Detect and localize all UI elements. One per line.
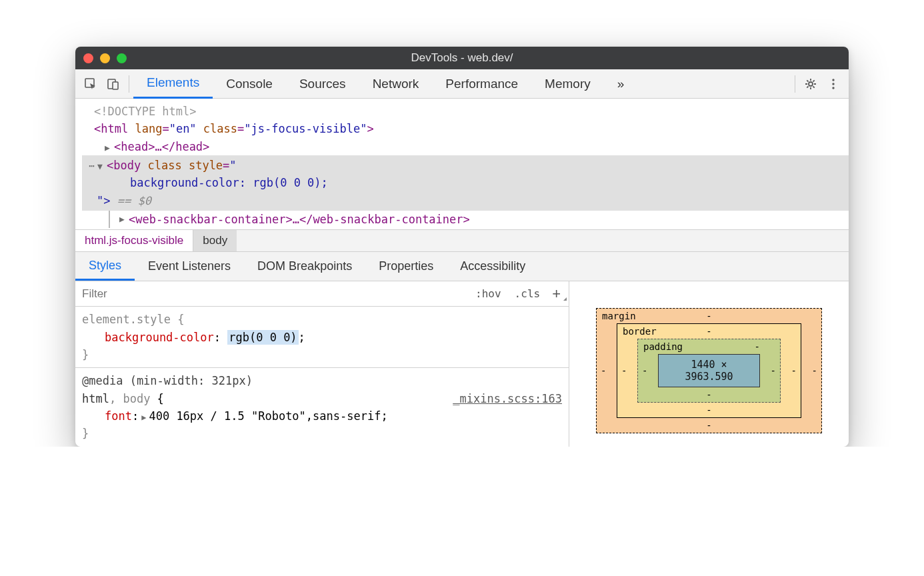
separator <box>129 75 129 93</box>
expand-arrow-icon[interactable]: ▶ <box>119 213 129 226</box>
crumb-html[interactable]: html.js-focus-visible <box>75 230 193 251</box>
styles-left-pane: :hov .cls + element.style { background-c… <box>75 281 569 446</box>
subtab-accessibility[interactable]: Accessibility <box>447 252 539 281</box>
close-window-button[interactable] <box>83 53 93 63</box>
tab-memory[interactable]: Memory <box>531 69 604 99</box>
crumb-body[interactable]: body <box>193 230 237 251</box>
media-query: @media (min-width: 321px) <box>82 372 562 389</box>
new-style-rule-button[interactable]: + <box>547 285 569 303</box>
svg-rect-2 <box>113 82 118 89</box>
svg-line-8 <box>807 80 808 81</box>
cls-toggle[interactable]: .cls <box>508 287 547 300</box>
styles-body: :hov .cls + element.style { background-c… <box>75 281 849 446</box>
dom-body-element-selected[interactable]: ⋯▼<body class style=" background-color: … <box>82 155 849 211</box>
dom-html-element[interactable]: <html lang="en" class="js-focus-visible"… <box>82 120 849 137</box>
box-model-margin[interactable]: margin - - - - border - - - - padding - <box>596 308 822 433</box>
css-property-value[interactable]: 400 16px / 1.5 "Roboto",sans-serif <box>149 409 381 423</box>
subtab-dom-breakpoints[interactable]: DOM Breakpoints <box>244 252 365 281</box>
filter-row: :hov .cls + <box>75 281 569 307</box>
tab-elements[interactable]: Elements <box>133 69 213 99</box>
kebab-menu-icon[interactable] <box>822 73 845 95</box>
inline-style-value[interactable]: background-color: rgb(0 0 0); <box>130 176 328 189</box>
css-property-name[interactable]: background-color <box>105 331 214 344</box>
expand-shorthand-icon[interactable]: ▶ <box>139 413 149 422</box>
collapse-arrow-icon[interactable]: ▼ <box>97 160 107 173</box>
toolbar-right <box>791 73 845 95</box>
minimize-window-button[interactable] <box>100 53 110 63</box>
box-model-border[interactable]: border - - - - padding - - - - 1440 × 39… <box>617 323 801 418</box>
dom-head-element[interactable]: ▶<head>…</head> <box>82 138 849 155</box>
box-model-content[interactable]: 1440 × 3963.590 <box>658 354 760 387</box>
tab-sources[interactable]: Sources <box>286 69 359 99</box>
style-rule-media[interactable]: @media (min-width: 321px) html, body {_m… <box>75 368 569 446</box>
dom-snackbar-element[interactable]: ▶<web-snackbar-container>…</web-snackbar… <box>82 211 849 228</box>
toolbar: Elements Console Sources Network Perform… <box>75 69 849 99</box>
style-rule-element-style[interactable]: element.style { background-color: rgb(0 … <box>75 307 569 368</box>
dom-tree[interactable]: <!DOCTYPE html> <html lang="en" class="j… <box>75 99 849 229</box>
dollar-zero: == $0 <box>117 194 151 207</box>
svg-line-11 <box>807 86 808 87</box>
devtools-window: DevTools - web.dev/ Elements Console Sou… <box>75 47 849 447</box>
traffic-lights <box>83 53 127 63</box>
subtab-styles[interactable]: Styles <box>75 252 135 281</box>
source-link[interactable]: _mixins.scss:163 <box>453 390 562 407</box>
subtab-properties[interactable]: Properties <box>365 252 447 281</box>
selector: element.style { <box>82 313 185 326</box>
expand-arrow-icon[interactable]: ▶ <box>105 141 114 155</box>
main-tabs: Elements Console Sources Network Perform… <box>133 69 791 99</box>
css-property-name[interactable]: font <box>105 409 132 423</box>
ellipsis-icon[interactable]: ⋯ <box>89 160 97 172</box>
separator <box>795 75 795 93</box>
css-property-value-highlighted[interactable]: rgb(0 0 0) <box>227 330 298 345</box>
svg-point-14 <box>832 87 834 89</box>
box-model-padding[interactable]: padding - - - - 1440 × 3963.590 <box>637 339 781 403</box>
tab-performance[interactable]: Performance <box>432 69 531 99</box>
svg-point-12 <box>832 79 834 81</box>
window-title: DevTools - web.dev/ <box>75 51 849 65</box>
svg-line-9 <box>813 86 815 87</box>
gear-icon[interactable] <box>799 73 822 95</box>
tab-more[interactable]: » <box>604 69 638 99</box>
device-toolbar-icon[interactable] <box>102 73 125 95</box>
tab-console[interactable]: Console <box>213 69 286 99</box>
filter-input[interactable] <box>75 287 469 301</box>
breadcrumb: html.js-focus-visible body <box>75 229 849 252</box>
svg-point-13 <box>832 83 834 85</box>
box-model[interactable]: margin - - - - border - - - - padding - <box>596 308 822 446</box>
tab-network[interactable]: Network <box>359 69 433 99</box>
titlebar: DevTools - web.dev/ <box>75 47 849 69</box>
hov-toggle[interactable]: :hov <box>469 287 508 300</box>
zoom-window-button[interactable] <box>117 53 127 63</box>
subtab-event-listeners[interactable]: Event Listeners <box>135 252 244 281</box>
inspect-element-icon[interactable] <box>79 73 102 95</box>
dom-doctype[interactable]: <!DOCTYPE html> <box>82 103 849 120</box>
svg-line-10 <box>813 80 815 81</box>
box-model-pane: margin - - - - border - - - - padding - <box>569 281 849 446</box>
subtabs: Styles Event Listeners DOM Breakpoints P… <box>75 252 849 281</box>
